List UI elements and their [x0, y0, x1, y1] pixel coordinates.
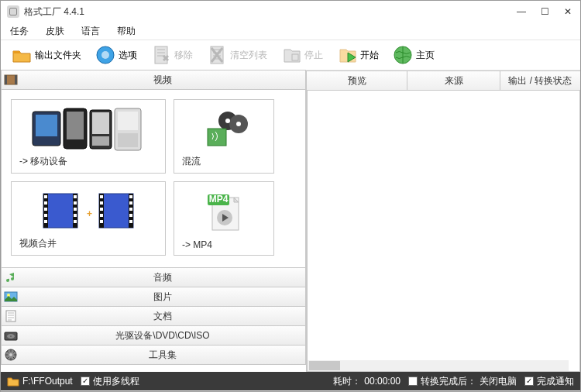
column-preview[interactable]: 预览 — [307, 70, 407, 90]
checkbox-icon — [408, 377, 418, 386]
svg-rect-24 — [43, 194, 77, 228]
svg-rect-40 — [74, 220, 77, 223]
svg-rect-35 — [44, 220, 47, 223]
mp4-image: MP4 — [179, 187, 269, 236]
svg-rect-45 — [100, 220, 103, 223]
menu-skin[interactable]: 皮肤 — [43, 23, 67, 40]
title-bar: 格式工厂 4.4.1 — ☐ ✕ — [1, 1, 580, 22]
card-mp4[interactable]: MP4 -> MP4 — [174, 181, 274, 256]
column-source[interactable]: 来源 — [407, 70, 500, 90]
svg-rect-48 — [129, 208, 132, 211]
svg-rect-4 — [292, 54, 298, 60]
card-mobile-label: -> 移动设备 — [16, 155, 160, 168]
svg-rect-15 — [92, 136, 109, 146]
status-bar: F:\FFOutput 使用多线程 耗时：00:00:00 转换完成后：关闭电脑… — [1, 372, 580, 390]
svg-rect-10 — [36, 115, 57, 136]
close-button[interactable]: ✕ — [562, 5, 574, 18]
svg-rect-31 — [44, 195, 47, 198]
category-disc[interactable]: 光驱设备\DVD\CD\ISO — [1, 325, 306, 346]
svg-rect-18 — [118, 133, 138, 147]
options-button[interactable]: 选项 — [91, 42, 142, 68]
category-document-label: 文档 — [20, 310, 305, 323]
start-icon — [337, 45, 357, 65]
svg-rect-32 — [44, 201, 47, 205]
checkbox-icon — [524, 377, 534, 386]
svg-point-62 — [9, 353, 12, 356]
svg-rect-38 — [74, 208, 77, 211]
output-folder-button[interactable]: 输出文件夹 — [7, 42, 86, 68]
category-image[interactable]: 图片 — [1, 287, 306, 307]
category-disc-label: 光驱设备\DVD\CD\ISO — [20, 329, 305, 342]
card-merge-label: 视频合并 — [16, 237, 160, 250]
svg-rect-7 — [5, 75, 7, 84]
column-status[interactable]: 输出 / 转换状态 — [500, 70, 580, 90]
card-mobile-device[interactable]: -> 移动设备 — [11, 99, 166, 174]
minimize-button[interactable]: — — [515, 5, 528, 18]
category-panel: 视频 -> 移动设备 — [1, 70, 307, 372]
notify-label: 完成通知 — [537, 375, 574, 388]
maximize-button[interactable]: ☐ — [538, 5, 551, 18]
svg-rect-44 — [100, 214, 103, 217]
card-video-merge[interactable]: + 视频合并 — [11, 181, 166, 256]
remove-button[interactable]: 移除 — [146, 42, 198, 68]
image-icon — [2, 291, 20, 302]
svg-rect-36 — [74, 195, 77, 198]
checkbox-icon — [81, 377, 90, 386]
home-button[interactable]: 主页 — [388, 42, 439, 68]
menu-help[interactable]: 帮助 — [114, 23, 139, 40]
start-label: 开始 — [360, 49, 379, 62]
category-tools[interactable]: 工具集 — [1, 345, 306, 365]
folder-icon — [12, 45, 32, 65]
audio-icon — [2, 271, 20, 284]
svg-text:+: + — [87, 208, 92, 219]
category-tools-label: 工具集 — [20, 349, 305, 362]
remove-label: 移除 — [174, 49, 193, 62]
stop-button[interactable]: 停止 — [277, 42, 328, 68]
svg-rect-8 — [15, 75, 17, 84]
svg-point-22 — [236, 122, 241, 126]
table-body — [307, 91, 580, 372]
multithread-checkbox[interactable]: 使用多线程 — [81, 375, 139, 388]
disc-icon — [2, 330, 20, 341]
category-video[interactable]: 视频 — [1, 70, 306, 90]
svg-text:MP4: MP4 — [209, 194, 229, 205]
category-audio-label: 音频 — [20, 271, 305, 284]
menu-task[interactable]: 任务 — [7, 23, 32, 40]
svg-point-1 — [101, 51, 109, 59]
home-label: 主页 — [416, 49, 435, 62]
svg-rect-49 — [129, 214, 132, 217]
start-button[interactable]: 开始 — [332, 42, 383, 68]
svg-rect-2 — [155, 46, 167, 64]
mobile-devices-image — [16, 105, 160, 152]
svg-rect-34 — [44, 214, 47, 217]
toolbar: 输出文件夹 选项 移除 清空列表 停止 开始 主页 — [1, 40, 580, 70]
svg-point-60 — [10, 335, 12, 336]
output-folder-label: 输出文件夹 — [35, 49, 81, 62]
options-icon — [95, 45, 115, 65]
category-audio[interactable]: 音频 — [1, 267, 306, 287]
svg-rect-42 — [100, 201, 103, 205]
svg-rect-39 — [74, 214, 77, 217]
merge-image: + — [16, 187, 160, 234]
category-document[interactable]: 文档 — [1, 306, 306, 326]
svg-rect-37 — [74, 201, 77, 205]
task-list: 预览 来源 输出 / 转换状态 — [307, 70, 580, 372]
horizontal-scrollbar[interactable] — [308, 360, 569, 371]
remove-icon — [151, 45, 171, 65]
options-label: 选项 — [119, 49, 137, 62]
clear-icon — [207, 45, 227, 65]
after-convert-checkbox[interactable]: 转换完成后：关闭电脑 — [408, 375, 517, 388]
svg-rect-28 — [99, 194, 133, 228]
category-image-label: 图片 — [20, 291, 305, 304]
notify-checkbox[interactable]: 完成通知 — [524, 375, 574, 388]
svg-rect-33 — [44, 208, 47, 211]
clear-button[interactable]: 清空列表 — [202, 42, 272, 68]
table-header: 预览 来源 输出 / 转换状态 — [307, 70, 580, 91]
card-mux[interactable]: 混流 — [174, 99, 274, 174]
mux-image — [179, 105, 269, 152]
output-path-button[interactable]: F:\FFOutput — [7, 376, 73, 387]
svg-point-21 — [225, 119, 230, 123]
card-mp4-label: -> MP4 — [179, 239, 269, 250]
menu-language[interactable]: 语言 — [78, 23, 103, 40]
output-path-label: F:\FFOutput — [22, 376, 73, 387]
